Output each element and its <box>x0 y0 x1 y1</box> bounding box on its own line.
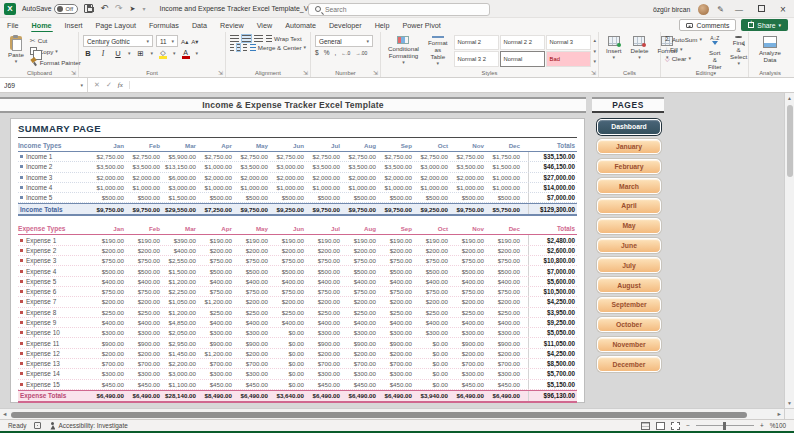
expense-value-cell[interactable]: $400.00 <box>270 319 306 326</box>
cell-style-item[interactable]: Normal 3 <box>546 35 591 51</box>
expense-value-cell[interactable]: $450.00 <box>126 381 162 388</box>
expense-value-cell[interactable]: $500.00 <box>450 268 486 275</box>
menu-tab[interactable]: Power Pivot <box>401 19 441 32</box>
expense-value-cell[interactable]: $900.00 <box>486 340 522 347</box>
expense-value-cell[interactable]: $190.00 <box>126 237 162 244</box>
income-row-label[interactable]: Income 2 <box>18 163 90 170</box>
income-value-cell[interactable]: $1,000.00 <box>126 184 162 191</box>
expense-value-cell[interactable]: $0.00 <box>270 340 306 347</box>
expense-value-cell[interactable]: $190.00 <box>414 237 450 244</box>
delete-cells-button[interactable]: Delete▾ <box>627 35 651 66</box>
expense-value-cell[interactable]: $450.00 <box>234 381 270 388</box>
menu-tab[interactable]: Home <box>31 19 53 32</box>
analyze-data-button[interactable]: Analyze Data <box>753 35 787 66</box>
expense-value-cell[interactable]: $200.00 <box>126 298 162 305</box>
macro-record-icon[interactable] <box>34 422 41 429</box>
income-value-cell[interactable]: $2,000.00 <box>378 174 414 181</box>
expense-value-cell[interactable]: $450.00 <box>198 381 234 388</box>
income-value-cell[interactable]: $500.00 <box>270 194 306 201</box>
page-button-month[interactable]: March <box>597 178 661 194</box>
expense-row-total-cell[interactable]: $7,000.00 <box>528 266 577 275</box>
expense-value-cell[interactable]: $0.00 <box>270 360 306 367</box>
number-format-select[interactable]: General▾ <box>315 35 373 47</box>
expense-value-cell[interactable]: $200.00 <box>234 350 270 357</box>
income-grand-total-cell[interactable]: $129,300.00 <box>528 204 577 214</box>
expense-row-label[interactable]: Expense 9 <box>18 319 90 326</box>
cancel-entry-icon[interactable]: ✕ <box>94 81 100 89</box>
income-total-cell[interactable]: $9,750.00 <box>306 206 342 213</box>
expense-value-cell[interactable]: $190.00 <box>342 237 378 244</box>
expense-value-cell[interactable]: $300.00 <box>342 370 378 377</box>
expense-value-cell[interactable]: $400.00 <box>270 278 306 285</box>
redo-icon[interactable]: ↷ <box>115 4 123 13</box>
expense-value-cell[interactable]: $200.00 <box>450 298 486 305</box>
sort-filter-button[interactable]: A↓Z Sort & Filter ▾ <box>705 35 725 66</box>
expense-value-cell[interactable]: $750.00 <box>234 288 270 295</box>
expense-value-cell[interactable]: $250.00 <box>378 309 414 316</box>
gallery-up-icon[interactable]: ▴ <box>594 37 597 43</box>
expense-value-cell[interactable]: $200.00 <box>414 247 450 254</box>
expense-value-cell[interactable]: $400.00 <box>90 319 126 326</box>
horizontal-scroll-thumb[interactable] <box>11 412 747 418</box>
expense-value-cell[interactable]: $750.00 <box>486 257 522 264</box>
income-value-cell[interactable]: $1,000.00 <box>234 184 270 191</box>
expense-row-total-cell[interactable]: $10,500.00 <box>528 287 577 296</box>
expense-value-cell[interactable]: $900.00 <box>90 340 126 347</box>
user-name[interactable]: özgür bircan <box>653 6 690 13</box>
expense-value-cell[interactable]: $750.00 <box>450 288 486 295</box>
income-total-cell[interactable]: $9,750.00 <box>90 206 126 213</box>
page-button-month[interactable]: September <box>597 297 661 313</box>
expense-value-cell[interactable]: $450.00 <box>90 381 126 388</box>
percent-format-button[interactable]: % <box>324 49 330 56</box>
expense-value-cell[interactable]: $250.00 <box>126 309 162 316</box>
menu-tab[interactable]: Formulas <box>148 19 180 32</box>
expense-value-cell[interactable]: $200.00 <box>378 247 414 254</box>
cell-style-item[interactable]: Normal 3 2 <box>454 51 499 67</box>
expense-row-label[interactable]: Expense 1 <box>18 237 90 244</box>
expense-value-cell[interactable]: $700.00 <box>126 360 162 367</box>
menu-tab[interactable]: View <box>256 19 273 32</box>
scroll-right-icon[interactable]: ► <box>777 411 782 417</box>
income-value-cell[interactable]: $2,000.00 <box>270 174 306 181</box>
expense-value-cell[interactable]: $400.00 <box>414 278 450 285</box>
expense-value-cell[interactable]: $300.00 <box>414 329 450 336</box>
income-value-cell[interactable]: $3,500.00 <box>126 163 162 170</box>
expense-value-cell[interactable]: $300.00 <box>90 370 126 377</box>
income-value-cell[interactable]: $2,000.00 <box>342 174 378 181</box>
increase-font-button[interactable]: A▴ <box>181 38 188 45</box>
expense-total-cell[interactable]: $6,490.00 <box>450 392 486 399</box>
expense-value-cell[interactable]: $400.00 <box>306 319 342 326</box>
zoom-slider-thumb[interactable] <box>723 422 726 430</box>
income-value-cell[interactable]: $2,750.00 <box>378 153 414 160</box>
expense-value-cell[interactable]: $300.00 <box>234 370 270 377</box>
expense-value-cell[interactable]: $200.00 <box>234 247 270 254</box>
expense-value-cell[interactable]: $200.00 <box>414 298 450 305</box>
expense-value-cell[interactable]: $0.00 <box>270 381 306 388</box>
expense-value-cell[interactable]: $450.00 <box>378 381 414 388</box>
cell-style-item[interactable]: Normal 2 2 <box>500 35 545 51</box>
expense-value-cell[interactable]: $700.00 <box>378 360 414 367</box>
touch-mode-icon[interactable]: ➤ <box>130 5 136 12</box>
expense-value-cell[interactable]: $2,550.00 <box>162 257 198 264</box>
income-value-cell[interactable]: $3,500.00 <box>234 163 270 170</box>
expense-value-cell[interactable]: $2,250.00 <box>162 288 198 295</box>
expense-value-cell[interactable]: $900.00 <box>306 340 342 347</box>
expense-value-cell[interactable]: $750.00 <box>198 288 234 295</box>
expense-value-cell[interactable]: $250.00 <box>234 309 270 316</box>
expense-value-cell[interactable]: $0.00 <box>414 340 450 347</box>
expense-total-cell[interactable]: $6,490.00 <box>342 392 378 399</box>
expense-value-cell[interactable]: $500.00 <box>126 268 162 275</box>
expense-value-cell[interactable]: $500.00 <box>234 268 270 275</box>
expense-total-cell[interactable]: $3,640.00 <box>270 392 306 399</box>
expense-value-cell[interactable]: $250.00 <box>198 309 234 316</box>
expense-total-cell[interactable]: $8,490.00 <box>198 392 234 399</box>
expense-row-label[interactable]: Expense 7 <box>18 298 90 305</box>
underline-button[interactable]: U <box>113 50 123 58</box>
expense-value-cell[interactable]: $300.00 <box>378 329 414 336</box>
gallery-more-icon[interactable]: ▾ <box>594 58 597 64</box>
expense-value-cell[interactable]: $200.00 <box>378 298 414 305</box>
worksheet-title-band[interactable]: Income & Expense Tracker Excel Template <box>0 97 586 113</box>
expense-value-cell[interactable]: $300.00 <box>342 329 378 336</box>
income-row-total-cell[interactable]: $7,000.00 <box>528 193 577 202</box>
expense-value-cell[interactable]: $750.00 <box>126 257 162 264</box>
